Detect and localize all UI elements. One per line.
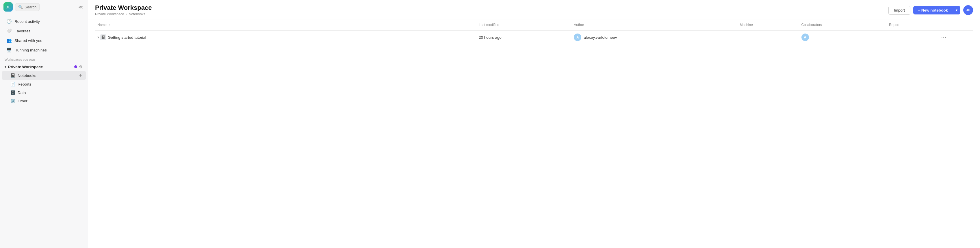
- breadcrumb-current: Notebooks: [129, 12, 145, 16]
- page-header: Private Workspace Private Workspace › No…: [88, 0, 980, 19]
- page-title-area: Private Workspace Private Workspace › No…: [95, 4, 152, 16]
- header-actions: Import + New notebook ▾ JD: [888, 5, 973, 15]
- notebooks-table: Name ↑ Last modified Author Machine Coll…: [95, 19, 973, 44]
- data-item-left: 🗄️ Data: [10, 90, 26, 95]
- author-cell: A alexey.varfolomeev: [571, 31, 737, 44]
- collaborators-cell: A: [799, 31, 887, 44]
- reports-label: Reports: [18, 82, 31, 86]
- notebooks-icon: 📓: [10, 73, 15, 78]
- sidebar-item-favorites[interactable]: 🤍 Favorites: [2, 26, 86, 35]
- other-icon: ⚙️: [10, 99, 15, 103]
- col-header-machine: Machine: [737, 19, 799, 31]
- sidebar-nav: 🕐 Recent activity 🤍 Favorites 👥 Shared w…: [0, 14, 88, 108]
- breadcrumb: Private Workspace › Notebooks: [95, 12, 152, 16]
- col-header-last-modified: Last modified: [476, 19, 571, 31]
- running-icon: 🖥️: [6, 48, 11, 52]
- last-modified-cell: 20 hours ago: [476, 31, 571, 44]
- sidebar: DL 🔍 Search ≪ 🕐 Recent activity 🤍 Favori…: [0, 0, 88, 248]
- notebooks-item-left: 📓 Notebooks: [10, 73, 37, 78]
- sidebar-item-reports[interactable]: 📄 Reports: [2, 80, 86, 88]
- workspace-status-dot: [74, 65, 77, 68]
- main-content: Private Workspace Private Workspace › No…: [88, 0, 980, 248]
- breadcrumb-workspace: Private Workspace: [95, 12, 124, 16]
- sidebar-item-other[interactable]: ⚙️ Other: [2, 97, 86, 105]
- recent-icon: 🕐: [6, 19, 11, 24]
- breadcrumb-separator: ›: [126, 12, 127, 16]
- sort-arrow-icon: ↑: [108, 23, 110, 27]
- machine-cell: [737, 31, 799, 44]
- reports-icon: 📄: [10, 82, 15, 86]
- other-label: Other: [18, 99, 27, 103]
- other-item-left: ⚙️ Other: [10, 99, 27, 103]
- table-body: ▾ 📓 Getting started tutorial 20 hours ag…: [95, 31, 973, 44]
- settings-icon[interactable]: ⚙: [79, 64, 83, 69]
- app-logo: DL: [3, 2, 13, 11]
- report-cell: [887, 31, 939, 44]
- collaborator-avatar: A: [802, 33, 809, 41]
- notebook-name-cell: ▾ 📓 Getting started tutorial: [95, 31, 476, 44]
- import-button[interactable]: Import: [888, 6, 910, 15]
- search-icon: 🔍: [18, 5, 23, 9]
- table-row: ▾ 📓 Getting started tutorial 20 hours ag…: [95, 31, 973, 44]
- user-avatar[interactable]: JD: [963, 5, 973, 15]
- new-notebook-button-group[interactable]: + New notebook ▾: [913, 6, 960, 14]
- sidebar-item-label-running: Running machines: [14, 48, 47, 52]
- sidebar-item-label-shared: Shared with you: [14, 38, 43, 43]
- sidebar-item-notebooks[interactable]: 📓 Notebooks +: [2, 71, 86, 80]
- search-bar[interactable]: 🔍 Search: [15, 3, 40, 11]
- actions-cell: ···: [939, 31, 973, 44]
- table-container: Name ↑ Last modified Author Machine Coll…: [88, 19, 980, 248]
- sidebar-item-label-recent: Recent activity: [14, 19, 40, 24]
- data-icon: 🗄️: [10, 90, 15, 95]
- col-header-collaborators: Collaborators: [799, 19, 887, 31]
- workspace-controls: ⚙: [74, 64, 83, 69]
- notebook-title[interactable]: Getting started tutorial: [108, 35, 146, 40]
- add-notebook-button[interactable]: +: [78, 73, 83, 78]
- col-header-actions: [939, 19, 973, 31]
- row-expand-button[interactable]: ▾: [97, 35, 99, 39]
- search-label: Search: [25, 5, 37, 9]
- author-avatar: A: [574, 33, 581, 41]
- sidebar-item-running[interactable]: 🖥️ Running machines: [2, 45, 86, 55]
- col-header-author: Author: [571, 19, 737, 31]
- author-name: alexey.varfolomeev: [584, 35, 617, 40]
- new-notebook-main-button[interactable]: + New notebook: [913, 6, 953, 14]
- author-cell-wrapper: A alexey.varfolomeev: [574, 33, 735, 41]
- data-label: Data: [18, 91, 26, 95]
- collapse-sidebar-button[interactable]: ≪: [77, 3, 84, 11]
- reports-item-left: 📄 Reports: [10, 82, 31, 86]
- page-title: Private Workspace: [95, 4, 152, 11]
- row-more-options-button[interactable]: ···: [941, 34, 947, 40]
- chevron-down-icon: ▾: [5, 65, 6, 69]
- table-header: Name ↑ Last modified Author Machine Coll…: [95, 19, 973, 31]
- logo-area: DL 🔍 Search: [3, 2, 40, 11]
- sidebar-item-data[interactable]: 🗄️ Data: [2, 89, 86, 97]
- notebook-file-icon: 📓: [100, 34, 106, 40]
- workspace-title: Private Workspace: [8, 65, 43, 69]
- new-notebook-label: + New notebook: [918, 8, 948, 13]
- notebooks-label: Notebooks: [18, 73, 37, 78]
- notebook-name-wrapper: ▾ 📓 Getting started tutorial: [97, 34, 474, 40]
- sidebar-header: DL 🔍 Search ≪: [0, 0, 88, 14]
- sidebar-item-label-favorites: Favorites: [14, 29, 30, 33]
- favorites-icon: 🤍: [6, 28, 11, 33]
- shared-icon: 👥: [6, 38, 11, 43]
- sidebar-item-shared[interactable]: 👥 Shared with you: [2, 36, 86, 45]
- col-header-report: Report: [887, 19, 939, 31]
- new-notebook-caret-button[interactable]: ▾: [953, 6, 960, 14]
- workspace-name-area: ▾ Private Workspace: [5, 65, 43, 69]
- workspace-header[interactable]: ▾ Private Workspace ⚙: [2, 63, 86, 71]
- sidebar-item-recent[interactable]: 🕐 Recent activity: [2, 17, 86, 26]
- col-header-name: Name ↑: [95, 19, 476, 31]
- workspaces-section-label: Workspaces you own: [0, 55, 88, 62]
